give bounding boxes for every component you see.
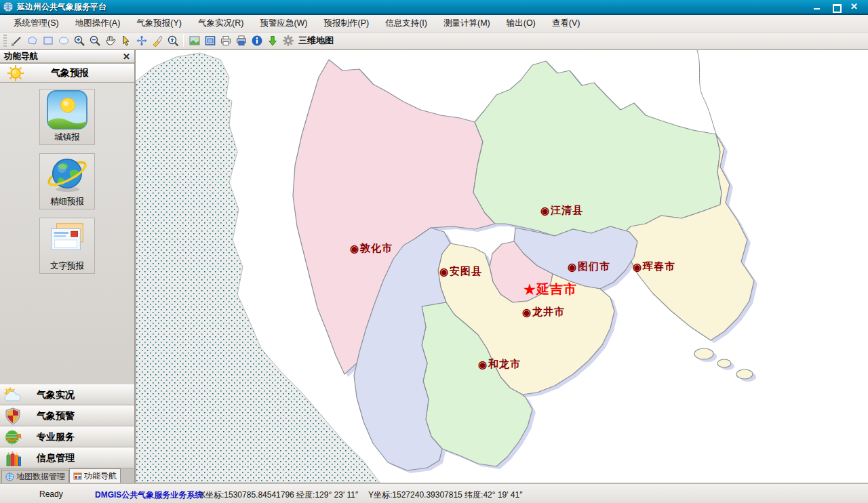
sun-cloud-icon	[0, 387, 26, 403]
map-canvas[interactable]	[136, 50, 868, 483]
map-viewport[interactable]: ◉敦化市 ◉安图县 ◉汪清县 ◉图们市 ◉珲春市 ★延吉市 ◉龙井市 ◉和龙市	[136, 50, 868, 483]
status-system-name: DMGIS公共气象服务业务系统	[95, 489, 203, 501]
app-globe-icon	[3, 1, 14, 12]
sun-icon	[5, 64, 26, 82]
zoom-out-icon[interactable]	[87, 33, 102, 48]
menu-forecast[interactable]: 气象预报(Y)	[128, 15, 190, 32]
window-tab-icon	[73, 472, 82, 481]
window-panel-icon[interactable]	[202, 33, 218, 48]
map-label-wangqing: ◉汪清县	[540, 204, 583, 217]
info-icon[interactable]	[249, 33, 264, 48]
close-button[interactable]: ✕	[850, 3, 860, 11]
window-title: 延边州公共气象服务平台	[17, 1, 106, 13]
sidebar-header: 功能导航 ✕	[0, 50, 134, 63]
status-x-coordinate: X坐标:1530785.84541796 经度:129° 23′ 11″	[200, 489, 358, 501]
map-label-longjing: ◉龙井市	[522, 306, 565, 319]
city-marker-icon: ◉	[633, 261, 642, 273]
sidebar-close-icon[interactable]: ✕	[123, 52, 130, 62]
pencils-icon	[0, 449, 26, 467]
text-forecast-icon	[46, 218, 88, 259]
globe-tab-icon	[5, 472, 14, 481]
island	[736, 369, 753, 379]
island	[694, 348, 713, 359]
map-3d-button[interactable]: 三维地图	[298, 35, 334, 47]
status-y-coordinate: Y坐标:1527240.39307815 纬度:42° 19′ 41″	[368, 489, 522, 501]
section-weather-forecast[interactable]: 气象预报	[0, 63, 134, 83]
nav-item-weather-warning[interactable]: 气象预警	[0, 405, 134, 426]
print-icon[interactable]	[218, 33, 233, 48]
city-marker-icon: ◉	[568, 261, 577, 273]
menu-live-weather[interactable]: 气象实况(R)	[190, 15, 252, 32]
map-label-helong: ◉和龙市	[478, 358, 521, 371]
nav-label: 气象实况	[37, 389, 75, 401]
print-preview-icon[interactable]	[233, 33, 249, 48]
town-forecast-icon	[46, 89, 88, 130]
line-tool-icon[interactable]	[9, 33, 24, 48]
tab-label: 地图数据管理	[16, 471, 65, 483]
tab-map-data-management[interactable]: 地图数据管理	[1, 470, 69, 483]
text-forecast-label: 文字预报	[50, 260, 84, 272]
toolbar-separator	[183, 35, 184, 47]
shield-icon	[0, 407, 26, 425]
ellipse-tool-icon[interactable]	[56, 33, 71, 48]
tab-label: 功能导航	[84, 470, 117, 482]
menu-view[interactable]: 查看(V)	[544, 15, 589, 32]
city-marker-icon: ◉	[350, 243, 359, 255]
sidebar-title: 功能导航	[4, 51, 38, 62]
minimize-button[interactable]	[812, 3, 822, 11]
fine-forecast-globe-icon	[46, 154, 88, 195]
zoom-in-icon[interactable]	[71, 33, 87, 48]
text-forecast-button[interactable]: 文字预报	[39, 218, 95, 274]
globe-arrow-icon	[0, 428, 26, 446]
nav-label: 气象预警	[37, 410, 75, 422]
title-bar: 延边州公共气象服务平台 ✕	[0, 0, 868, 15]
settings-gear-icon[interactable]	[280, 33, 296, 48]
zoom-extent-icon[interactable]	[165, 33, 180, 48]
map-image-icon[interactable]	[186, 33, 202, 48]
brush-clear-icon[interactable]	[149, 33, 165, 48]
menu-output[interactable]: 输出(O)	[498, 15, 544, 32]
map-label-antu: ◉安图县	[439, 265, 482, 278]
menu-system[interactable]: 系统管理(S)	[5, 15, 67, 32]
nav-label: 专业服务	[37, 431, 75, 443]
fine-forecast-label: 精细预报	[50, 196, 84, 207]
tab-function-nav[interactable]: 功能导航	[69, 468, 121, 483]
move-tool-icon[interactable]	[134, 33, 149, 48]
download-arrow-icon[interactable]	[264, 33, 280, 48]
capital-star-icon: ★	[524, 281, 536, 298]
pan-hand-icon[interactable]	[102, 33, 118, 48]
nav-item-live-weather[interactable]: 气象实况	[0, 384, 134, 405]
status-ready: Ready	[39, 489, 63, 499]
menu-map-ops[interactable]: 地图操作(A)	[67, 15, 129, 32]
map-label-hunchun: ◉珲春市	[633, 260, 675, 273]
menu-info-support[interactable]: 信息支持(I)	[377, 15, 435, 32]
menu-warning[interactable]: 预警应急(W)	[252, 15, 315, 32]
toolbar-grip[interactable]	[3, 35, 7, 47]
map-label-yanji: ★延吉市	[524, 281, 577, 298]
rectangle-tool-icon[interactable]	[40, 33, 56, 48]
maximize-button[interactable]	[831, 3, 841, 11]
map-label-dunhua: ◉敦化市	[350, 242, 393, 255]
status-bar: Ready DMGIS公共气象服务业务系统 X坐标:1530785.845417…	[0, 483, 868, 503]
select-arrow-icon[interactable]	[118, 33, 134, 48]
map-label-tumen: ◉图们市	[568, 260, 610, 273]
menu-bar: 系统管理(S) 地图操作(A) 气象预报(Y) 气象实况(R) 预警应急(W) …	[0, 15, 868, 33]
town-forecast-label: 城镇报	[54, 132, 80, 143]
island	[717, 359, 731, 367]
menu-measure[interactable]: 测量计算(M)	[435, 15, 498, 32]
sidebar-tab-bar: 地图数据管理 功能导航	[0, 468, 134, 483]
nav-item-info-management[interactable]: 信息管理	[0, 447, 134, 468]
polygon-tool-icon[interactable]	[24, 33, 40, 48]
function-nav-panel: 功能导航 ✕ 气象预报	[0, 50, 136, 483]
section-title: 气象预报	[26, 67, 114, 79]
city-marker-icon: ◉	[522, 306, 532, 319]
city-marker-icon: ◉	[478, 359, 488, 371]
city-marker-icon: ◉	[540, 205, 550, 217]
town-forecast-button[interactable]: 城镇报	[39, 89, 95, 145]
city-marker-icon: ◉	[439, 266, 449, 278]
nav-label: 信息管理	[37, 452, 75, 464]
menu-forecast-making[interactable]: 预报制作(P)	[316, 15, 378, 32]
nav-item-professional-service[interactable]: 专业服务	[0, 426, 134, 447]
tool-bar: 三维地图	[0, 33, 868, 50]
fine-forecast-button[interactable]: 精细预报	[39, 153, 95, 209]
